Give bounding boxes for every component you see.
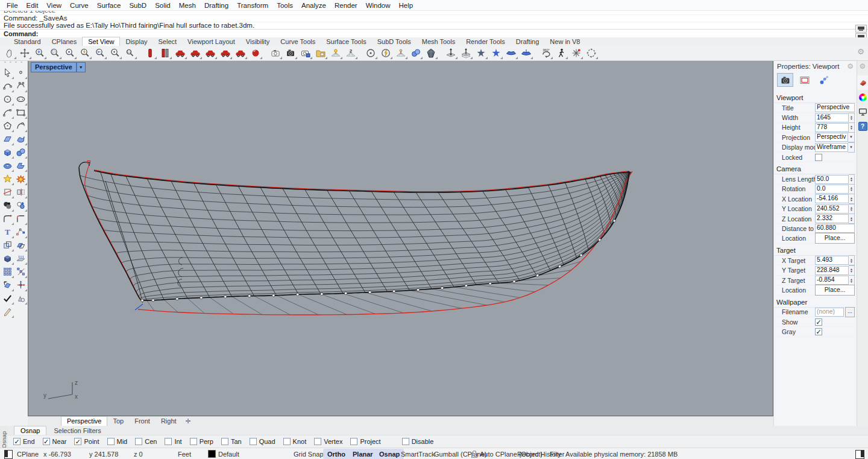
- osnap-option-cen[interactable]: Cen: [135, 438, 157, 445]
- duplicate-surface-icon[interactable]: [14, 238, 27, 252]
- menu-item-tools[interactable]: Tools: [272, 1, 297, 10]
- plumb-camera-icon[interactable]: [393, 46, 408, 60]
- light-two-icon[interactable]: 2: [343, 46, 358, 60]
- menu-item-transform[interactable]: Transform: [233, 1, 272, 10]
- curve-corner-icon[interactable]: [14, 119, 27, 132]
- viewport-camera-tab-icon[interactable]: [777, 73, 793, 87]
- cruise-boat-icon[interactable]: [503, 46, 518, 60]
- trim-icon[interactable]: [1, 185, 14, 198]
- zoom-1to1-icon[interactable]: 1:1: [122, 46, 137, 60]
- toolbar-tab-cplanes[interactable]: CPlanes: [46, 37, 83, 46]
- spotlight-icon[interactable]: [328, 46, 343, 60]
- viewport-tab-front[interactable]: Front: [129, 417, 156, 426]
- osnap-option-project[interactable]: Project: [350, 438, 380, 445]
- new-viewport-tab-button[interactable]: ✛: [182, 417, 195, 426]
- height-spinner[interactable]: ▲▼: [849, 122, 855, 133]
- toolbar-tab-mesh-tools[interactable]: Mesh Tools: [417, 37, 461, 46]
- x-target-spinner[interactable]: ▲▼: [849, 255, 855, 265]
- zoom-dynamic-icon[interactable]: [32, 46, 47, 60]
- checkbox-disable[interactable]: [402, 438, 409, 445]
- star-view-icon[interactable]: [473, 46, 488, 60]
- maximize-viewport-icon[interactable]: [142, 46, 157, 60]
- gray-checkbox[interactable]: ✓: [815, 328, 822, 335]
- show-checkbox[interactable]: ✓: [815, 318, 822, 326]
- osnap-option-vertex[interactable]: Vertex: [314, 438, 342, 445]
- camera-save-icon[interactable]: [298, 46, 313, 60]
- width-spinner[interactable]: ▲▼: [849, 113, 855, 123]
- z-target-spinner[interactable]: ▲▼: [849, 275, 855, 285]
- status-grid-snap[interactable]: Grid Snap: [294, 448, 324, 459]
- osnap-option-quad[interactable]: Quad: [250, 438, 275, 445]
- check-select-icon[interactable]: [1, 291, 14, 305]
- sync-views-icon[interactable]: [583, 46, 599, 60]
- surface-curved-icon[interactable]: [14, 132, 27, 145]
- panel-toggle-right-icon[interactable]: [855, 450, 864, 459]
- move-surface-icon[interactable]: [1, 278, 14, 291]
- curve-boolean-light-icon[interactable]: [14, 198, 27, 212]
- checkbox-project[interactable]: [350, 438, 357, 445]
- toolbar-tab-new-in-v8[interactable]: New in V8: [544, 37, 585, 46]
- status-filter[interactable]: Filter: [550, 448, 564, 459]
- text-object-icon[interactable]: T: [1, 225, 14, 238]
- named-spheres-icon[interactable]: [408, 46, 423, 60]
- view-front-icon[interactable]: [172, 46, 187, 60]
- viewport-tab-perspective[interactable]: Perspective: [61, 416, 107, 426]
- view-right-icon[interactable]: [218, 46, 233, 60]
- toolbar-tab-set-view[interactable]: Set View: [82, 37, 120, 46]
- status-z-0[interactable]: z 0: [134, 448, 143, 459]
- clipping-plane-section-icon[interactable]: [458, 46, 473, 60]
- clipping-plane-icon[interactable]: [443, 46, 458, 60]
- cruise-boat-2-icon[interactable]: [518, 46, 533, 60]
- display-mode-dropdown-arrow[interactable]: ▾: [848, 142, 855, 153]
- command-history-area[interactable]: Deleted 1 object. Command: _SaveAs File …: [0, 10, 868, 37]
- toolbar-tab-display[interactable]: Display: [120, 37, 153, 46]
- toolbar-tab-render-tools[interactable]: Render Tools: [461, 37, 511, 46]
- menu-item-edit[interactable]: Edit: [22, 1, 43, 10]
- rotate-view-icon[interactable]: [17, 46, 32, 60]
- solid-box-icon[interactable]: [1, 145, 14, 159]
- explode-icon[interactable]: [14, 172, 27, 185]
- view-folder-icon[interactable]: [313, 46, 328, 60]
- status-x-66-793[interactable]: x -66.793: [43, 448, 71, 459]
- rotation-input[interactable]: 0.0: [815, 185, 849, 194]
- object-links-tab-icon[interactable]: [816, 73, 832, 87]
- camera-settings-icon[interactable]: [283, 46, 298, 60]
- surface-plane-icon[interactable]: [1, 132, 14, 145]
- toolbar-tab-viewport-layout[interactable]: Viewport Layout: [182, 37, 241, 46]
- toolbar-gear-icon[interactable]: ⚙: [857, 47, 864, 56]
- circle-icon[interactable]: [1, 92, 14, 106]
- locked-checkbox[interactable]: [815, 154, 822, 161]
- rotation-spinner[interactable]: ▲▼: [849, 184, 855, 194]
- group-objects-icon[interactable]: [1, 238, 14, 252]
- checkbox-point[interactable]: ✓: [74, 438, 81, 445]
- pan-view-icon[interactable]: [2, 46, 17, 60]
- star-view-blue-icon[interactable]: [488, 46, 503, 60]
- location-button[interactable]: Place...: [815, 285, 855, 296]
- star-polygon-icon[interactable]: [1, 172, 14, 185]
- menu-item-mesh[interactable]: Mesh: [175, 1, 200, 10]
- toolbar-grip[interactable]: • • • •: [0, 60, 28, 66]
- select-cursor-icon[interactable]: [1, 66, 14, 79]
- checkbox-perp[interactable]: [190, 438, 197, 445]
- checkbox-end[interactable]: ✓: [13, 438, 20, 445]
- checkbox-int[interactable]: [165, 438, 172, 445]
- lens-flare-icon[interactable]: [378, 46, 393, 60]
- single-point-icon[interactable]: [14, 66, 27, 79]
- status-osnap[interactable]: Osnap: [375, 449, 404, 459]
- toolbar-tab-drafting[interactable]: Drafting: [511, 37, 545, 46]
- osnap-option-disable[interactable]: Disable: [402, 438, 434, 445]
- toolbar-tab-standard[interactable]: Standard: [8, 37, 46, 46]
- viewport-title-dropdown[interactable]: ▼: [77, 62, 86, 72]
- gumball-axes-icon[interactable]: [14, 278, 27, 291]
- menu-item-file[interactable]: File: [2, 1, 22, 10]
- zoom-window-icon[interactable]: [47, 46, 62, 60]
- title-input[interactable]: Perspective: [815, 103, 855, 112]
- toolbar-tab-visibility[interactable]: Visibility: [241, 37, 275, 46]
- panel-toggle-icon[interactable]: [4, 450, 13, 459]
- curve-control-points-icon[interactable]: [14, 79, 27, 92]
- arc-icon[interactable]: [1, 106, 14, 119]
- status-smarttrack[interactable]: SmartTrack: [401, 448, 435, 459]
- menu-item-window[interactable]: Window: [362, 1, 395, 10]
- named-view-gem-icon[interactable]: [423, 46, 438, 60]
- ellipse-icon[interactable]: [14, 92, 27, 106]
